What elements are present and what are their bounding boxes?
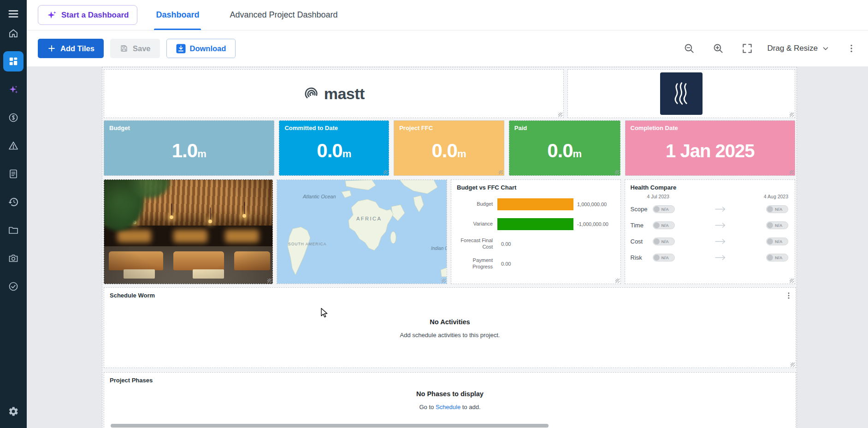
arrow-right-icon (714, 206, 726, 212)
app-root: Start a Dashboard Dashboard Advanced Pro… (0, 0, 868, 428)
toggle-knob (767, 222, 773, 228)
map-label-africa: AFRICA (356, 216, 382, 221)
tab-advanced-project-dashboard[interactable]: Advanced Project Dashboard (228, 0, 339, 30)
sidebar-item-history[interactable] (3, 192, 24, 212)
health-row-cost: Cost N/A N/A (625, 233, 795, 250)
health-compare-tile[interactable]: Health Compare 4 Jul 2023 4 Aug 2023 Sco… (625, 179, 796, 284)
health-toggle-right[interactable]: N/A (766, 221, 788, 229)
toolbar-kebab-button[interactable] (842, 39, 861, 58)
kpi-value: 0.0 (547, 140, 573, 162)
toggle-knob (654, 238, 660, 244)
add-tiles-label: Add Tiles (60, 44, 94, 53)
start-a-dashboard-button[interactable]: Start a Dashboard (38, 5, 137, 25)
sidebar-item-home[interactable] (3, 23, 24, 43)
project-phases-tile[interactable]: Project Phases No Phases to display Go t… (104, 372, 796, 428)
mastt-logo-tile[interactable]: mastt (104, 69, 564, 118)
horizontal-scrollbar[interactable] (111, 424, 549, 428)
download-button[interactable]: Download (166, 39, 236, 58)
health-row-label: Risk (631, 254, 653, 261)
kpi-tile-completion-date[interactable]: Completion Date 1 Jan 2025 (625, 120, 796, 176)
schedule-worm-kebab-button[interactable] (785, 291, 793, 301)
sidebar-item-dashboards[interactable] (3, 51, 24, 71)
dashboard-toolbar: Add Tiles Save Download (27, 30, 868, 66)
dollar-circle-icon (8, 112, 19, 123)
project-map-tile[interactable]: Atlantic Ocean AFRICA SOUTH AMERICA Indi… (277, 179, 448, 284)
add-tiles-button[interactable]: Add Tiles (38, 39, 104, 58)
hamburger-menu-button[interactable] (3, 5, 24, 23)
dashboard-canvas: mastt Budget 1.0m Committed t (27, 66, 868, 428)
empty-state-title: No Activities (104, 318, 796, 326)
waves-logo-icon (667, 80, 695, 107)
health-toggle-left[interactable]: N/A (653, 238, 675, 245)
arrow-right-icon (714, 222, 726, 228)
health-row-label: Time (631, 222, 653, 229)
main-area: Start a Dashboard Dashboard Advanced Pro… (27, 0, 868, 428)
health-toggle-left[interactable]: N/A (653, 221, 675, 229)
health-toggle-right[interactable]: N/A (766, 254, 788, 262)
empty-state-message: Go to Schedule to add. (104, 404, 796, 410)
zoom-out-button[interactable] (680, 39, 698, 58)
kpi-label: Paid (514, 125, 527, 131)
health-toggle-right[interactable]: N/A (766, 238, 788, 245)
chart-title: Budget vs FFC Chart (457, 184, 516, 191)
toggle-na-label: N/A (775, 207, 782, 212)
kpi-suffix: m (342, 148, 352, 160)
chart-row-variance: Variance -1,000,000.00 (451, 218, 620, 230)
health-toggle-right[interactable]: N/A (766, 205, 788, 213)
budget-vs-ffc-chart-tile[interactable]: Budget vs FFC Chart Budget 1,000,000.00 … (451, 179, 621, 284)
chart-row-payment-progress: Payment Progress 0.00 (451, 258, 620, 270)
toggle-na-label: N/A (775, 255, 782, 260)
tab-dashboard[interactable]: Dashboard (154, 0, 201, 30)
project-photo-tile[interactable] (104, 179, 273, 284)
arrow-right-icon (714, 238, 726, 244)
health-toggle-left[interactable]: N/A (653, 205, 675, 213)
health-row-scope: Scope N/A N/A (625, 201, 795, 217)
kpi-value: 0.0 (432, 140, 457, 162)
kpi-tile-budget[interactable]: Budget 1.0m (104, 120, 274, 176)
toggle-na-label: N/A (775, 239, 782, 244)
sidebar-item-settings[interactable] (3, 401, 24, 422)
toggle-na-label: N/A (661, 239, 669, 244)
mastt-logo-icon (301, 83, 321, 104)
chart-row-forecast-final-cost: Forecast Final Cost 0.00 (451, 238, 620, 250)
gear-icon (8, 406, 19, 417)
zoom-in-button[interactable] (709, 39, 727, 58)
toggle-knob (654, 255, 660, 261)
kpi-suffix: m (457, 148, 466, 160)
start-a-dashboard-label: Start a Dashboard (61, 11, 129, 20)
client-logo-tile[interactable] (567, 69, 795, 118)
chevron-down-icon (821, 44, 830, 53)
kpi-tile-committed[interactable]: Committed to Date 0.0m (279, 120, 389, 176)
toolbar-right-group: Drag & Resize (680, 39, 861, 58)
sidebar-item-media[interactable] (3, 248, 24, 268)
sidebar-nav (3, 23, 24, 297)
sidebar-item-risk[interactable] (3, 136, 24, 156)
map-label-south-america: SOUTH AMERICA (288, 242, 326, 246)
kpi-value: 1.0 (172, 140, 197, 162)
hamburger-icon (7, 8, 19, 20)
sidebar-item-report[interactable] (3, 164, 24, 184)
sidebar (0, 0, 27, 428)
health-arrow-wrap (675, 255, 767, 261)
chart-category-label: Payment Progress (451, 257, 497, 270)
arrow-right-icon (714, 255, 726, 261)
check-circle-icon (8, 281, 19, 292)
schedule-worm-tile[interactable]: Schedule Worm No Activities Add schedule… (104, 287, 796, 368)
sparkle-icon (47, 10, 57, 20)
sidebar-item-ai[interactable] (3, 79, 24, 100)
health-toggle-left[interactable]: N/A (653, 254, 675, 262)
sidebar-item-files[interactable] (3, 220, 24, 240)
kebab-menu-icon (785, 291, 793, 300)
fullscreen-button[interactable] (738, 39, 756, 58)
map-label-indian-ocean: Indian Ocean (431, 246, 447, 251)
drag-resize-dropdown[interactable]: Drag & Resize (767, 44, 830, 53)
kpi-tile-project-ffc[interactable]: Project FFC 0.0m (394, 120, 504, 176)
kpi-suffix: m (197, 148, 207, 160)
top-bar: Start a Dashboard Dashboard Advanced Pro… (27, 0, 868, 30)
schedule-link[interactable]: Schedule (436, 404, 461, 410)
sidebar-item-tasks[interactable] (3, 276, 24, 297)
kpi-tile-paid[interactable]: Paid 0.0m (509, 120, 620, 176)
sidebar-item-cost[interactable] (3, 107, 24, 128)
save-button[interactable]: Save (110, 39, 160, 58)
dashboard-tabs: Dashboard Advanced Project Dashboard (154, 0, 339, 30)
